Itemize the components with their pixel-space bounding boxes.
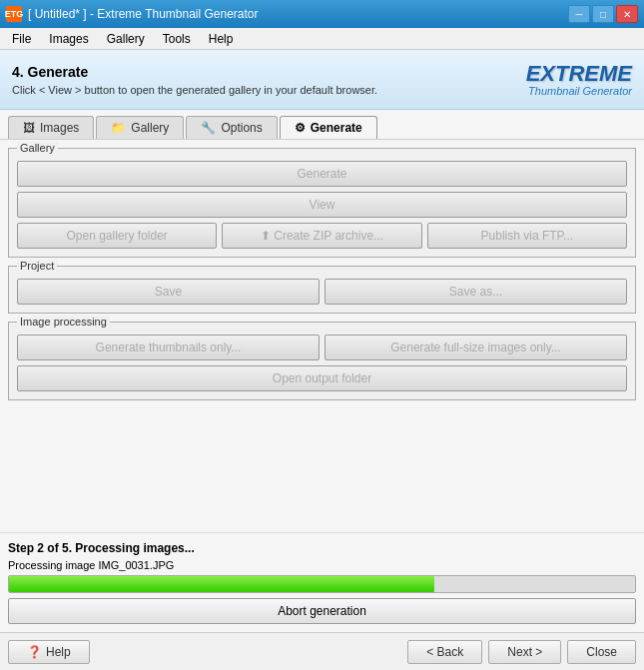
save-as-button[interactable]: Save as... — [324, 279, 627, 305]
publish-ftp-button[interactable]: Publish via FTP... — [427, 223, 627, 249]
progress-section: Step 2 of 5. Processing images... Proces… — [0, 532, 644, 632]
open-output-folder-button[interactable]: Open output folder — [17, 365, 627, 391]
header-text: 4. Generate Click < View > button to ope… — [12, 64, 377, 96]
tab-generate-label: Generate — [311, 121, 362, 135]
gallery-tab-icon: 📁 — [111, 121, 126, 135]
save-button[interactable]: Save — [17, 279, 320, 305]
app-icon: ETG — [6, 6, 22, 22]
next-button[interactable]: Next > — [488, 640, 561, 664]
brand-sub: Thumbnail Generator — [526, 85, 632, 97]
minimize-button[interactable]: ─ — [568, 5, 590, 23]
menu-gallery[interactable]: Gallery — [99, 30, 153, 48]
bottom-nav: ❓ Help < Back Next > Close — [0, 632, 644, 670]
back-label: < Back — [426, 645, 463, 659]
back-button[interactable]: < Back — [407, 640, 482, 664]
help-icon: ❓ — [27, 645, 42, 659]
title-bar-controls: ─ □ ✕ — [568, 5, 638, 23]
tab-images[interactable]: 🖼 Images — [8, 116, 94, 139]
generate-tab-icon: ⚙ — [295, 121, 306, 135]
thumbnails-only-button[interactable]: Generate thumbnails only... — [17, 335, 320, 360]
app-window: ETG [ Untitled* ] - Extreme Thumbnail Ge… — [0, 0, 644, 670]
options-tab-icon: 🔧 — [201, 121, 216, 135]
progress-step-label: Step 2 of 5. Processing images... — [8, 541, 636, 555]
maximize-button[interactable]: □ — [592, 5, 614, 23]
tabs-bar: 🖼 Images 📁 Gallery 🔧 Options ⚙ Generate — [0, 110, 644, 140]
help-button[interactable]: ❓ Help — [8, 640, 90, 664]
menu-file[interactable]: File — [4, 30, 39, 48]
tab-gallery-label: Gallery — [131, 121, 169, 135]
project-btn-row: Save Save as... — [17, 279, 627, 305]
close-app-button[interactable]: Close — [567, 640, 636, 664]
progress-bar-container — [8, 575, 636, 593]
tab-options[interactable]: 🔧 Options — [186, 116, 277, 139]
progress-file-label: Processing image IMG_0031.JPG — [8, 559, 636, 571]
full-size-button[interactable]: Generate full-size images only... — [324, 335, 627, 360]
gallery-group-label: Gallery — [17, 142, 58, 154]
step-instruction: Click < View > button to open the genera… — [12, 84, 377, 96]
project-group-content: Save Save as... — [17, 279, 627, 305]
nav-buttons: < Back Next > Close — [407, 640, 636, 664]
header-section: 4. Generate Click < View > button to ope… — [0, 50, 644, 110]
image-processing-label: Image processing — [17, 316, 110, 328]
close-button[interactable]: ✕ — [616, 5, 638, 23]
project-group-label: Project — [17, 260, 57, 272]
tab-generate[interactable]: ⚙ Generate — [280, 116, 377, 139]
title-bar: ETG [ Untitled* ] - Extreme Thumbnail Ge… — [0, 0, 644, 28]
gallery-group: Gallery Generate View Open gallery folde… — [8, 148, 636, 258]
image-processing-content: Generate thumbnails only... Generate ful… — [17, 335, 627, 391]
project-group: Project Save Save as... — [8, 266, 636, 314]
help-label: Help — [46, 645, 71, 659]
menu-help[interactable]: Help — [201, 30, 242, 48]
tab-gallery[interactable]: 📁 Gallery — [96, 116, 184, 139]
images-tab-icon: 🖼 — [23, 121, 35, 135]
main-content: Gallery Generate View Open gallery folde… — [0, 140, 644, 532]
window-title: [ Untitled* ] - Extreme Thumbnail Genera… — [28, 7, 259, 21]
tab-images-label: Images — [40, 121, 79, 135]
view-button[interactable]: View — [17, 192, 627, 218]
close-label: Close — [586, 645, 617, 659]
abort-generation-button[interactable]: Abort generation — [8, 598, 636, 624]
generate-button[interactable]: Generate — [17, 161, 627, 187]
brand-logo: EXTREME Thumbnail Generator — [526, 63, 632, 97]
step-title: 4. Generate — [12, 64, 377, 80]
image-processing-btn-row: Generate thumbnails only... Generate ful… — [17, 335, 627, 360]
title-bar-left: ETG [ Untitled* ] - Extreme Thumbnail Ge… — [6, 6, 259, 22]
menu-tools[interactable]: Tools — [155, 30, 199, 48]
create-zip-button[interactable]: ⬆ Create ZIP archive... — [222, 223, 421, 249]
menu-bar: File Images Gallery Tools Help — [0, 28, 644, 50]
gallery-btn-row: Open gallery folder ⬆ Create ZIP archive… — [17, 223, 627, 249]
progress-bar-fill — [9, 576, 434, 592]
gallery-group-content: Generate View Open gallery folder ⬆ Crea… — [17, 161, 627, 249]
open-gallery-folder-button[interactable]: Open gallery folder — [17, 223, 217, 249]
next-label: Next > — [507, 645, 542, 659]
menu-images[interactable]: Images — [41, 30, 96, 48]
image-processing-group: Image processing Generate thumbnails onl… — [8, 322, 636, 400]
brand-extreme: EXTREME — [526, 63, 632, 85]
tab-options-label: Options — [221, 121, 262, 135]
